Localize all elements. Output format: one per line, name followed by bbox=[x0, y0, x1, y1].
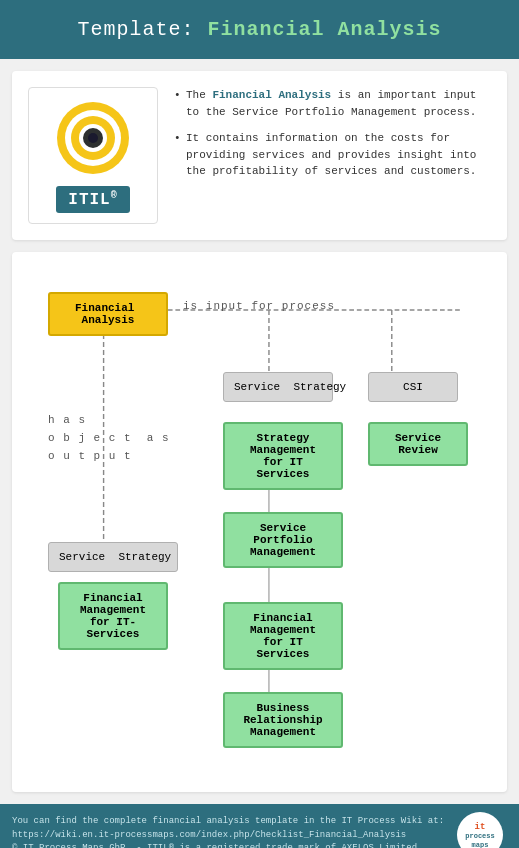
service-strategy-left-header: Service Strategy bbox=[48, 542, 178, 572]
has-object-label: h a so b j e c t a so u t p u t bbox=[48, 412, 170, 465]
footer-text: You can find the complete financial anal… bbox=[12, 815, 447, 848]
business-relationship-box: BusinessRelationshipManagement bbox=[223, 692, 343, 748]
service-review-label: ServiceReview bbox=[368, 422, 468, 466]
financial-analysis-term: Financial Analysis bbox=[212, 89, 331, 101]
svg-point-5 bbox=[88, 133, 98, 143]
strategy-management-box: StrategyManagementfor IT Services bbox=[223, 422, 343, 490]
financial-analysis-box: Financial Analysis bbox=[48, 292, 168, 336]
itil-circle-graphic bbox=[53, 98, 133, 178]
service-review-box: ServiceReview bbox=[368, 422, 468, 466]
diagram-inner: Financial Analysis is input for process … bbox=[28, 272, 491, 772]
strategy-management-label: StrategyManagementfor IT Services bbox=[223, 422, 343, 490]
logo-maps: maps bbox=[472, 841, 489, 848]
logo-process: process bbox=[465, 832, 494, 840]
service-portfolio-box: ServicePortfolioManagement bbox=[223, 512, 343, 568]
header-prefix: Template: bbox=[77, 18, 207, 41]
is-input-label: is input for process bbox=[183, 300, 335, 312]
csi-label: CSI bbox=[368, 372, 458, 402]
service-strategy-right-header: Service Strategy bbox=[223, 372, 333, 402]
service-portfolio-label: ServicePortfolioManagement bbox=[223, 512, 343, 568]
diagram-section: Financial Analysis is input for process … bbox=[12, 252, 507, 792]
info-section: ITIL® The Financial Analysis is an impor… bbox=[12, 71, 507, 240]
csi-header: CSI bbox=[368, 372, 458, 402]
header-title: Financial Analysis bbox=[207, 18, 441, 41]
page-header: Template: Financial Analysis bbox=[0, 0, 519, 59]
financial-management-left-label: FinancialManagementfor IT-Services bbox=[58, 582, 168, 650]
info-bullet-1: The Financial Analysis is an important i… bbox=[174, 87, 491, 120]
info-bullet-2: It contains information on the costs for… bbox=[174, 130, 491, 180]
itil-label: ITIL® bbox=[56, 186, 129, 213]
financial-analysis-label: Financial Analysis bbox=[48, 292, 168, 336]
info-text: The Financial Analysis is an important i… bbox=[174, 87, 491, 224]
footer-logo: it process maps bbox=[457, 812, 507, 848]
financial-management-left-box: FinancialManagementfor IT-Services bbox=[58, 582, 168, 650]
service-strategy-right-label: Service Strategy bbox=[223, 372, 333, 402]
business-relationship-label: BusinessRelationshipManagement bbox=[223, 692, 343, 748]
footer: You can find the complete financial anal… bbox=[0, 804, 519, 848]
service-strategy-left-label: Service Strategy bbox=[48, 542, 178, 572]
logo-it: it bbox=[475, 822, 486, 833]
financial-management-right-label: FinancialManagementfor IT Services bbox=[223, 602, 343, 670]
itil-logo-box: ITIL® bbox=[28, 87, 158, 224]
financial-management-right-box: FinancialManagementfor IT Services bbox=[223, 602, 343, 670]
it-process-maps-logo: it process maps bbox=[457, 812, 503, 848]
